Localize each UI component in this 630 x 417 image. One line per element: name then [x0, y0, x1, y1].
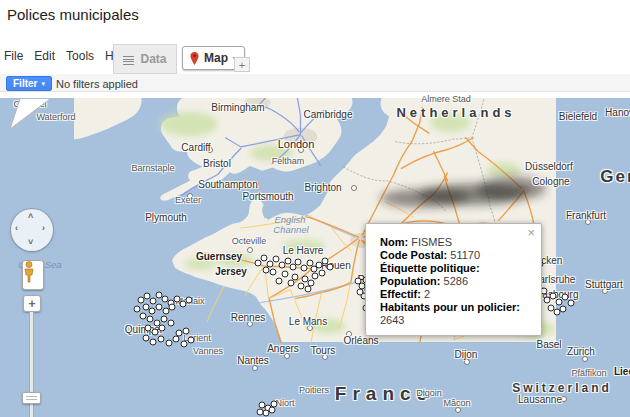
- data-point-marker[interactable]: [159, 325, 166, 332]
- data-point-marker[interactable]: [261, 255, 268, 262]
- map-label-barnstaple: Barnstaple: [131, 163, 174, 173]
- data-point-marker[interactable]: [166, 340, 173, 347]
- zoom-slider-handle[interactable]: [22, 392, 41, 404]
- map-label-cambridge: Cambridge: [304, 109, 353, 120]
- map-label-pfäffikon: Pfäffikon: [572, 368, 607, 378]
- data-point-marker[interactable]: [255, 260, 262, 267]
- data-point-marker[interactable]: [263, 267, 270, 274]
- data-point-marker[interactable]: [150, 339, 157, 346]
- data-point-marker[interactable]: [147, 316, 154, 323]
- chevron-down-icon: ▾: [41, 80, 45, 88]
- map-label-southampton: Southampton: [198, 179, 258, 190]
- data-point-marker[interactable]: [282, 271, 289, 278]
- menu-item-edit[interactable]: Edit: [34, 49, 55, 63]
- data-point-marker[interactable]: [355, 278, 362, 285]
- data-point-marker[interactable]: [140, 313, 147, 320]
- map-label-frankfurt: Frankfurt: [566, 210, 606, 221]
- data-point-marker[interactable]: [168, 320, 175, 327]
- menu-item-file[interactable]: File: [4, 49, 23, 63]
- map-label-channel: Channel: [273, 224, 308, 235]
- data-point-marker[interactable]: [298, 283, 305, 290]
- map-label-nantes: Nantes: [237, 355, 269, 366]
- data-point-marker[interactable]: [550, 293, 557, 300]
- map-pin-icon: [190, 52, 199, 65]
- data-point-marker[interactable]: [150, 298, 157, 305]
- data-point-marker[interactable]: [312, 273, 319, 280]
- info-row: Effectif: 2: [380, 288, 533, 301]
- close-icon[interactable]: ×: [527, 227, 535, 239]
- tab-add-button[interactable]: +: [234, 57, 250, 72]
- data-point-marker[interactable]: [181, 341, 188, 348]
- data-point-marker[interactable]: [149, 308, 156, 315]
- map-label-mâcon: Mâcon: [443, 398, 470, 408]
- data-point-marker[interactable]: [161, 316, 168, 323]
- data-point-marker[interactable]: [270, 269, 277, 276]
- data-point-marker[interactable]: [169, 304, 176, 311]
- data-point-marker[interactable]: [152, 329, 159, 336]
- info-window-tail: [0, 98, 56, 132]
- map-label-guernsey: Guernsey: [196, 251, 242, 262]
- data-point-marker[interactable]: [269, 407, 276, 414]
- data-point-marker[interactable]: [560, 306, 567, 313]
- data-point-marker[interactable]: [134, 306, 141, 313]
- map-label-dijon: Dijon: [455, 349, 478, 360]
- city-dot: [284, 353, 290, 359]
- map-label-london: London: [278, 138, 315, 150]
- map-label-almere-stad: Almere Stad: [421, 94, 471, 104]
- data-point-marker[interactable]: [156, 304, 163, 311]
- pegman-icon: [23, 261, 35, 283]
- fusion-tables-app: { "header": { "title": "Polices municipa…: [0, 0, 630, 417]
- data-point-marker[interactable]: [301, 265, 308, 272]
- info-row: Nom: FISMES: [380, 236, 533, 249]
- data-point-marker[interactable]: [568, 300, 575, 307]
- map-label-düsseldorf: Düsseldorf: [525, 161, 573, 172]
- data-point-marker[interactable]: [295, 259, 302, 266]
- map-label-stuttgart: Stuttgart: [585, 279, 623, 290]
- map-label-cologne: Cologne: [532, 176, 569, 187]
- pan-left-icon[interactable]: ‹: [15, 223, 18, 233]
- data-point-marker[interactable]: [288, 280, 295, 287]
- tab-data[interactable]: Data: [113, 44, 177, 74]
- zoom-in-button[interactable]: +: [23, 295, 41, 312]
- pan-right-icon[interactable]: ›: [42, 223, 45, 233]
- city-dot: [247, 247, 253, 253]
- data-point-marker[interactable]: [319, 270, 326, 277]
- map-label-feltham: Feltham: [272, 156, 305, 166]
- data-point-marker[interactable]: [305, 286, 312, 293]
- map-label-cardiff: Cardiff: [181, 142, 210, 153]
- map-label-octeville: Octeville: [232, 236, 267, 246]
- pan-down-icon[interactable]: ˅: [28, 237, 33, 247]
- city-dot: [582, 356, 588, 362]
- info-window: × Nom: FISMESCode Postal: 51170Étiquette…: [365, 223, 542, 336]
- map-label-bielefeld: Bielefeld: [559, 111, 597, 122]
- map-label-lausanne: Lausanne: [518, 394, 562, 405]
- map-canvas[interactable]: NetherlandsGerFranceSwitzerlandBirmingha…: [0, 98, 630, 417]
- map-label-poitiers: Poitiers: [299, 385, 329, 395]
- pegman-control[interactable]: [22, 260, 44, 290]
- map-label-jersey: Jersey: [215, 266, 247, 277]
- data-point-marker[interactable]: [327, 264, 334, 271]
- data-point-marker[interactable]: [276, 278, 283, 285]
- data-point-marker[interactable]: [158, 336, 165, 343]
- map-label-tours: Tours: [311, 345, 335, 356]
- data-point-marker[interactable]: [273, 256, 280, 263]
- pan-up-icon[interactable]: ˄: [28, 211, 33, 221]
- data-point-marker[interactable]: [176, 330, 183, 337]
- map-label-basel: Basel: [536, 339, 561, 350]
- data-point-marker[interactable]: [188, 337, 195, 344]
- data-point-marker[interactable]: [556, 299, 563, 306]
- map-label-digoin: Digoin: [416, 388, 442, 398]
- data-point-marker[interactable]: [357, 289, 364, 296]
- data-point-marker[interactable]: [143, 335, 150, 342]
- pan-control[interactable]: ˄ ˅ ‹ ›: [11, 209, 53, 251]
- map-label-hanover: Hanover: [605, 107, 630, 118]
- data-point-marker[interactable]: [562, 294, 569, 301]
- data-point-marker[interactable]: [183, 328, 190, 335]
- data-point-marker[interactable]: [173, 336, 180, 343]
- map-label-angers: Angers: [267, 343, 299, 354]
- data-point-marker[interactable]: [145, 325, 152, 332]
- filter-button[interactable]: Filter ▾: [6, 76, 52, 91]
- menu-item-tools[interactable]: Tools: [66, 49, 94, 63]
- data-point-marker[interactable]: [186, 297, 193, 304]
- data-point-marker[interactable]: [257, 409, 264, 416]
